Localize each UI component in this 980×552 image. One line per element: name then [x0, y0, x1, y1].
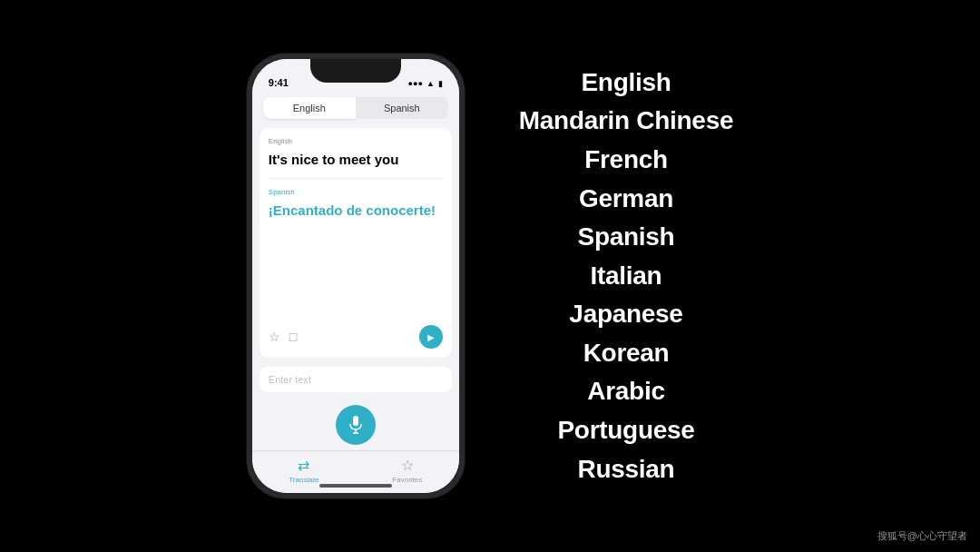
lang-item-italian: Italian	[591, 258, 662, 295]
favorites-tab-icon: ☆	[401, 457, 414, 474]
translation-actions: ☆ □ ▶	[269, 318, 443, 349]
mic-icon	[349, 416, 362, 434]
watermark: 搜狐号@心心守望者	[877, 529, 967, 543]
lang-item-english: English	[581, 64, 671, 102]
lang-item-french: French	[584, 142, 668, 179]
mic-button[interactable]	[336, 405, 376, 445]
battery-icon: ▮	[438, 79, 443, 88]
lang-item-portuguese: Portuguese	[557, 412, 694, 449]
source-text: It's nice to meet you	[269, 151, 443, 169]
status-time: 9:41	[269, 77, 289, 88]
text-input[interactable]: Enter text	[260, 367, 452, 392]
language-tabs: English Spanish	[252, 92, 459, 124]
mic-container	[252, 398, 459, 450]
tab-favorites[interactable]: ☆ Favorites	[356, 457, 459, 484]
phone-notch	[310, 59, 401, 83]
translation-card: English It's nice to meet you Spanish ¡E…	[260, 128, 452, 358]
scene: 9:41 ●●● ▲ ▮ English Spanish English	[0, 0, 980, 552]
lang-item-russian: Russian	[578, 451, 675, 488]
lang-item-japanese: Japanese	[569, 296, 682, 333]
language-list: English Mandarin Chinese French German S…	[519, 64, 733, 488]
status-icons: ●●● ▲ ▮	[408, 79, 443, 88]
favorite-icon[interactable]: ☆	[269, 330, 280, 344]
signal-icon: ●●●	[408, 79, 423, 88]
phone-screen: 9:41 ●●● ▲ ▮ English Spanish English	[252, 59, 459, 493]
home-indicator	[319, 484, 392, 488]
action-icons-left: ☆ □	[269, 330, 297, 344]
tab-spanish[interactable]: Spanish	[356, 97, 448, 119]
lang-item-korean: Korean	[583, 335, 670, 372]
lang-item-spanish: Spanish	[578, 219, 675, 256]
tab-english[interactable]: English	[263, 97, 356, 119]
lang-item-mandarin: Mandarin Chinese	[519, 103, 733, 140]
lang-item-german: German	[579, 181, 673, 218]
lang-item-arabic: Arabic	[587, 373, 664, 410]
wifi-icon: ▲	[426, 79, 435, 88]
input-area: Enter text	[252, 361, 459, 398]
translate-tab-icon: ⇄	[298, 457, 309, 474]
svg-rect-0	[353, 416, 358, 426]
phone-mockup: 9:41 ●●● ▲ ▮ English Spanish English	[247, 54, 465, 498]
source-language-label: English	[269, 137, 443, 145]
play-button[interactable]: ▶	[419, 325, 443, 349]
target-text: ¡Encantado de conocerte!	[269, 202, 443, 220]
translation-divider	[269, 178, 443, 179]
listen-icon[interactable]: □	[289, 330, 297, 344]
tab-translate[interactable]: ⇄ Translate	[252, 457, 356, 484]
play-icon: ▶	[427, 332, 435, 342]
target-language-label: Spanish	[269, 188, 443, 196]
